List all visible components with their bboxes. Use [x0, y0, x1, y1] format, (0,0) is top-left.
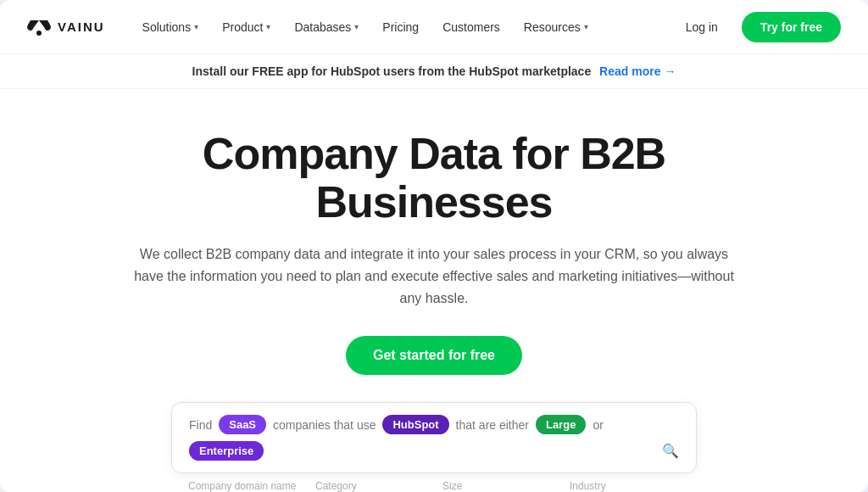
chevron-down-icon: ▾: [354, 22, 359, 31]
hero-subtitle: We collect B2B company data and integrat…: [129, 243, 739, 309]
nav-item-pricing[interactable]: Pricing: [372, 14, 429, 41]
nav-item-customers[interactable]: Customers: [432, 14, 510, 41]
find-label: Find: [189, 418, 212, 432]
announcement-banner: Install our FREE app for HubSpot users f…: [0, 54, 868, 89]
col-size: Size: [442, 480, 553, 492]
nav-actions: Log in Try for free: [672, 12, 841, 42]
vainu-logo-icon: [27, 19, 51, 36]
search-bar: Find SaaS companies that use HubSpot tha…: [171, 402, 697, 473]
col-company-domain: Company domain name: [188, 480, 298, 492]
tag-saas[interactable]: SaaS: [219, 415, 266, 434]
or-label: or: [593, 418, 603, 432]
tag-large[interactable]: Large: [536, 415, 586, 434]
tag-hubspot[interactable]: HubSpot: [382, 415, 448, 434]
nav-links: Solutions ▾ Product ▾ Databases ▾ Pricin…: [132, 14, 672, 41]
that-are-either-label: that are either: [456, 418, 529, 432]
login-button[interactable]: Log in: [672, 14, 732, 41]
nav-item-solutions[interactable]: Solutions ▾: [132, 14, 209, 41]
svg-point-0: [36, 31, 42, 36]
navbar: VAINU Solutions ▾ Product ▾ Databases ▾ …: [0, 0, 868, 54]
chevron-down-icon: ▾: [584, 22, 588, 31]
col-category: Category: [315, 480, 426, 492]
tag-enterprise[interactable]: Enterprise: [189, 441, 264, 461]
nav-item-databases[interactable]: Databases ▾: [284, 14, 369, 41]
arrow-right-icon: →: [664, 64, 676, 78]
page-wrapper: VAINU Solutions ▾ Product ▾ Databases ▾ …: [0, 0, 868, 492]
get-started-button[interactable]: Get started for free: [346, 336, 522, 375]
nav-item-product[interactable]: Product ▾: [212, 14, 281, 41]
hero-section: Company Data for B2B Businesses We colle…: [0, 89, 868, 492]
chevron-down-icon: ▾: [266, 22, 270, 31]
logo-area[interactable]: VAINU: [27, 19, 105, 36]
companies-that-use-label: companies that use: [273, 418, 376, 432]
hero-title: Company Data for B2B Businesses: [102, 130, 766, 226]
try-free-button[interactable]: Try for free: [742, 12, 841, 42]
banner-text: Install our FREE app for HubSpot users f…: [192, 64, 592, 78]
table-header-row: Company domain name Category Size Indust…: [171, 473, 697, 492]
chevron-down-icon: ▾: [194, 22, 198, 31]
logo-text: VAINU: [58, 20, 105, 34]
nav-item-resources[interactable]: Resources ▾: [514, 14, 598, 41]
search-icon[interactable]: 🔍: [662, 443, 679, 459]
read-more-link[interactable]: Read more →: [599, 64, 676, 78]
search-bar-content: Find SaaS companies that use HubSpot tha…: [189, 415, 679, 461]
col-industry: Industry: [570, 480, 680, 492]
